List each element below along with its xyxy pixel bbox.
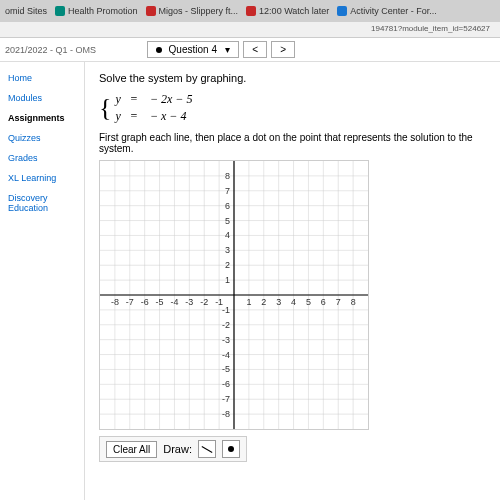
dot-icon [156, 47, 162, 53]
sub-instruction-text: First graph each line, then place a dot … [99, 132, 486, 154]
svg-text:-7: -7 [126, 297, 134, 307]
sidebar-item-xl-learning[interactable]: XL Learning [0, 168, 84, 188]
brace-icon: { [99, 93, 111, 123]
clear-all-button[interactable]: Clear All [106, 441, 157, 458]
bookmark-item[interactable]: Migos - Slippery ft... [146, 6, 239, 16]
svg-text:1: 1 [246, 297, 251, 307]
tab-label: Migos - Slippery ft... [159, 6, 239, 16]
svg-text:2: 2 [225, 260, 230, 270]
svg-text:3: 3 [225, 245, 230, 255]
tab-label: 12:00 Watch later [259, 6, 329, 16]
svg-text:-2: -2 [222, 320, 230, 330]
line-tool-icon[interactable] [198, 440, 216, 458]
sidebar-item-grades[interactable]: Grades [0, 148, 84, 168]
breadcrumb[interactable]: 2021/2022 - Q1 - OMS [5, 45, 96, 55]
svg-text:5: 5 [306, 297, 311, 307]
svg-text:-5: -5 [156, 297, 164, 307]
sidebar-item-discovery[interactable]: Discovery Education [0, 188, 84, 218]
svg-text:-4: -4 [170, 297, 178, 307]
tab-label: Health Promotion [68, 6, 138, 16]
favicon-icon [55, 6, 65, 16]
url-bar: 194781?module_item_id=524627 [0, 22, 500, 38]
instruction-text: Solve the system by graphing. [99, 72, 486, 84]
svg-text:5: 5 [225, 216, 230, 226]
tab-label: omid Sites [5, 6, 47, 16]
svg-text:8: 8 [351, 297, 356, 307]
svg-text:6: 6 [225, 201, 230, 211]
dot-tool-icon[interactable] [222, 440, 240, 458]
svg-text:4: 4 [291, 297, 296, 307]
content-area: Solve the system by graphing. { y = − 2x… [85, 62, 500, 500]
svg-text:1: 1 [225, 275, 230, 285]
svg-text:8: 8 [225, 171, 230, 181]
favicon-icon [246, 6, 256, 16]
svg-text:7: 7 [336, 297, 341, 307]
draw-toolbar: Clear All Draw: [99, 436, 247, 462]
sidebar-item-modules[interactable]: Modules [0, 88, 84, 108]
bookmark-item[interactable]: 12:00 Watch later [246, 6, 329, 16]
equation-2: y = − x − 4 [115, 109, 192, 124]
svg-text:-6: -6 [222, 379, 230, 389]
svg-text:3: 3 [276, 297, 281, 307]
sidebar-item-home[interactable]: Home [0, 68, 84, 88]
graph-canvas[interactable]: -8-8-7-7-6-6-5-5-4-4-3-3-2-2-1-111223344… [99, 160, 369, 430]
sidebar-item-quizzes[interactable]: Quizzes [0, 128, 84, 148]
equation-system: { y = − 2x − 5 y = − x − 4 [99, 92, 486, 124]
prev-question-button[interactable]: < [243, 41, 267, 58]
tab-label: Activity Center - For... [350, 6, 437, 16]
graph-svg: -8-8-7-7-6-6-5-5-4-4-3-3-2-2-1-111223344… [100, 161, 368, 429]
url-fragment: 194781?module_item_id=524627 [371, 24, 490, 33]
draw-label: Draw: [163, 443, 192, 455]
question-dropdown[interactable]: Question 4 ▾ [147, 41, 240, 58]
toolbar: 2021/2022 - Q1 - OMS Question 4 ▾ < > [0, 38, 500, 62]
svg-text:2: 2 [261, 297, 266, 307]
svg-text:-5: -5 [222, 364, 230, 374]
question-label: Question 4 [169, 44, 217, 55]
bookmark-item[interactable]: Health Promotion [55, 6, 138, 16]
svg-text:-8: -8 [111, 297, 119, 307]
svg-text:-8: -8 [222, 409, 230, 419]
svg-text:-6: -6 [141, 297, 149, 307]
svg-text:7: 7 [225, 186, 230, 196]
favicon-icon [146, 6, 156, 16]
equation-1: y = − 2x − 5 [115, 92, 192, 107]
svg-text:-7: -7 [222, 394, 230, 404]
svg-text:-3: -3 [185, 297, 193, 307]
bookmark-item[interactable]: omid Sites [5, 6, 47, 16]
bookmark-item[interactable]: Activity Center - For... [337, 6, 437, 16]
sidebar-item-assignments[interactable]: Assignments [0, 108, 84, 128]
question-selector: Question 4 ▾ < > [147, 41, 295, 58]
svg-text:6: 6 [321, 297, 326, 307]
next-question-button[interactable]: > [271, 41, 295, 58]
svg-text:-2: -2 [200, 297, 208, 307]
browser-tabs: omid Sites Health Promotion Migos - Slip… [0, 0, 500, 22]
svg-text:-3: -3 [222, 335, 230, 345]
favicon-icon [337, 6, 347, 16]
svg-text:-1: -1 [222, 305, 230, 315]
svg-text:4: 4 [225, 230, 230, 240]
svg-text:-4: -4 [222, 350, 230, 360]
sidebar: Home Modules Assignments Quizzes Grades … [0, 62, 85, 500]
